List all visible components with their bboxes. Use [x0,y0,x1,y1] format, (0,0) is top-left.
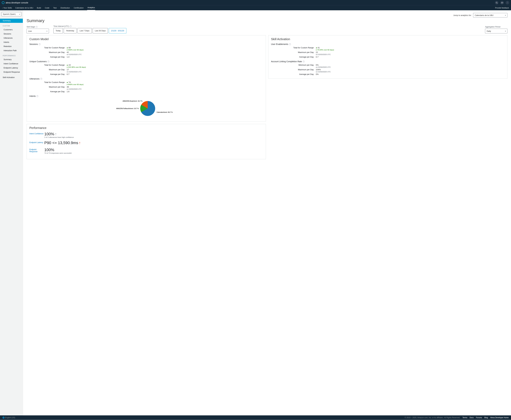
footer-copyright: © 2010 – 2020, Amazon.com, Inc. or its a… [405,417,460,419]
metric-value: 100% [44,132,54,136]
avatar[interactable]: JO [500,1,504,5]
sidebar-item-intent-confidence[interactable]: Intent Confidence [0,62,23,66]
more-menu-icon[interactable]: ⋮ [506,1,509,5]
trend-up-icon [316,47,317,48]
help-icon[interactable]: ? [47,60,49,62]
topbar: alexa developer console JO ⋮ [0,0,511,5]
footer-link-docs[interactable]: Docs [470,417,474,419]
svg-line-1 [497,3,497,3]
footer-link-terms[interactable]: Terms [463,417,467,419]
back-to-skills-link[interactable]: ‹Your Skills [2,7,12,9]
svg-point-0 [496,2,497,3]
provide-feedback-link[interactable]: Provide feedback [495,7,509,9]
metric-subtext: on 02/03/2020 UTC [67,53,82,55]
jump-to-value: Calendario de la UBU [475,14,494,16]
pie-label: AMAZON.StopIntent: 16.7 % [122,100,142,102]
help-icon[interactable]: ? [36,26,38,28]
metric-label: Maximum per Day [271,51,316,55]
metric-value: 48 [67,86,69,88]
footer: 🌐 English (US) © 2010 – 2020, Amazon.com… [0,415,511,420]
metric-label: Maximum per Day [29,68,67,73]
chevron-down-icon [505,15,506,16]
tab-build[interactable]: Build [37,5,41,10]
custom-model-title: Custom Model [29,38,263,41]
metric-value: 104% [316,68,321,71]
sidebar-item-endpoint-latency[interactable]: Endpoint Latency [0,66,23,70]
metric-value: 42 [67,51,69,53]
performance-title: Performance [29,126,263,130]
chevron-down-icon [19,14,20,15]
jump-to-select[interactable]: Calendario de la UBU [473,13,507,17]
metric-label: Total for Custom Range [29,81,67,85]
metric-label: Total for Custom Range [29,46,67,51]
help-icon[interactable]: ? [40,78,42,80]
skill-stage-value: Live [28,30,32,32]
interval-last7-button[interactable]: Last 7 Days [77,28,92,33]
sidebar-item-perf-summary[interactable]: Summary [0,57,23,62]
metric-label: Average per Day [271,73,316,75]
metric-subtext: on 02/04/2020 UTC [316,66,331,68]
pie-label: CalendarIntent: 66.7 % [157,112,173,113]
sidebar-item-sessions[interactable]: Sessions [0,32,23,36]
page-title: Summary [27,18,507,23]
sidebar-item-customers[interactable]: Customers [0,28,23,32]
customers-heading: Unique Customers [29,60,47,63]
metric-label: Average per Day [271,56,316,58]
aggregation-period-select[interactable]: Daily [485,29,507,33]
utterances-heading: Utterances [29,78,39,80]
skill-name-link[interactable]: Calendario de la UBU [15,7,33,9]
tab-test[interactable]: Test [53,5,57,10]
tab-analytics[interactable]: Analytics [87,5,95,10]
custom-model-panel: Custom Model Sessions? Total for Custom … [27,35,266,122]
performance-panel: Performance Intent Confidence 100%↑ 2 of… [27,124,266,159]
search-icon[interactable] [495,1,498,5]
metric-subtext: on 02/03/2020 UTC [316,71,331,73]
help-icon[interactable]: ? [36,95,38,97]
help-icon[interactable]: ? [303,60,305,62]
interval-last30-button[interactable]: Last 30 Days [93,28,108,33]
intents-heading: Intents [29,95,36,97]
tab-certification[interactable]: Certification [73,5,84,10]
interval-yesterday-button[interactable]: Yesterday [64,28,76,33]
metric-value: 100% [44,148,72,152]
locale-select[interactable]: Spanish (Spain) [1,12,21,16]
metric-label: Average per Day [29,56,67,58]
trend-up-icon [67,82,68,83]
interval-custom-button[interactable]: 2/1/20 - 3/31/20 [109,28,126,33]
sidebar-item-interaction-path[interactable]: Interaction Path [0,48,23,53]
sidebar-item-intents[interactable]: Intents [0,40,23,44]
metric-value: 74 [68,81,71,83]
sidebar-heading-performance: PERFORMANCE [1,53,21,57]
footer-link-blog[interactable]: Blog [484,417,488,419]
sidebar-item-retention[interactable]: Retention [0,44,23,48]
metric-value: 41 [318,46,320,49]
endpoint-latency-link[interactable]: Endpoint Latency [29,141,44,143]
alexa-logo-icon [2,1,4,4]
sidebar: Spanish (Spain) Summary CUSTOM Customers… [0,10,23,415]
skill-stage-select[interactable]: Live [27,29,49,33]
sidebar-item-skill-activation[interactable]: Skill Activation [0,75,23,80]
sidebar-item-summary[interactable]: Summary [0,19,23,23]
tab-distribution[interactable]: Distribution [60,5,70,10]
metric-value: 0% [316,64,319,66]
help-icon[interactable]: ? [39,43,41,45]
tab-code[interactable]: Code [45,5,50,10]
aggregation-period-value: Daily [487,30,491,32]
metric-subtext: (+580% over 60 days) [67,49,83,51]
metric-subtext: (+242.86% over 60 days) [67,66,86,68]
trend-up-icon [67,65,68,66]
footer-link-home[interactable]: Alexa Developer Home [490,417,509,419]
footer-language[interactable]: 🌐 English (US) [2,417,15,419]
intent-confidence-link[interactable]: Intent Confidence [29,132,44,135]
metric-label: Average per Day [29,73,67,75]
sidebar-item-endpoint-response[interactable]: Endpoint Response [0,70,23,74]
help-icon[interactable]: ? [70,25,72,27]
endpoint-response-link[interactable]: Endpoint Response [29,148,44,153]
chevron-left-icon: ‹ [2,7,3,9]
metric-subtext: (+70.83% over 60 days) [316,49,334,51]
interval-today-button[interactable]: Today [53,28,63,33]
footer-link-forums[interactable]: Forums [476,417,482,419]
metric-value: P90 <= 13,590.9ms [44,141,78,145]
help-icon[interactable]: ? [289,43,291,45]
sidebar-item-utterances[interactable]: Utterances [0,36,23,40]
